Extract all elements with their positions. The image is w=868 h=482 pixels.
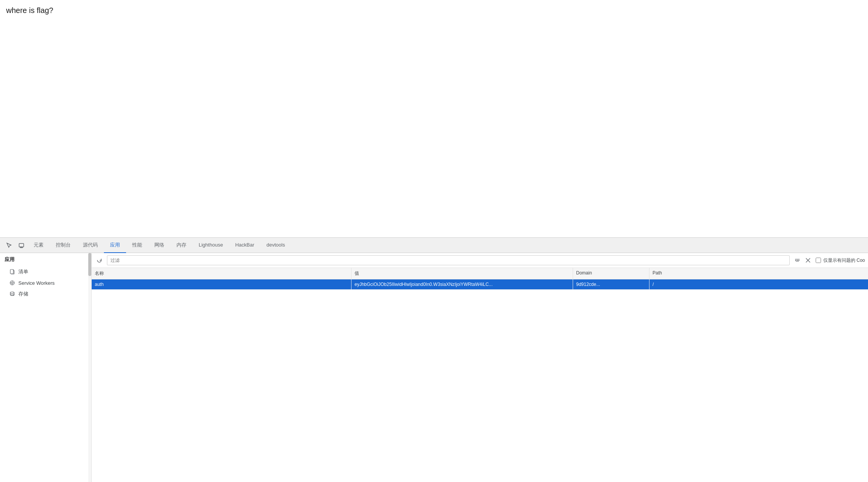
show-issues-checkbox[interactable] <box>816 258 821 263</box>
tab-hackbar[interactable]: HackBar <box>229 238 261 253</box>
filter-actions <box>793 256 813 265</box>
devtools-panel: 元素 控制台 源代码 应用 性能 网络 内存 Lighthouse HackBa… <box>0 237 868 482</box>
sidebar-scroll-thumb <box>88 253 91 276</box>
svg-point-9 <box>10 292 14 294</box>
service-workers-icon <box>9 280 15 286</box>
col-header-name[interactable]: 名称 <box>92 268 351 279</box>
cookies-table[interactable]: 名称 值 Domain Path auth eyJhbGciOiJOb25lIi… <box>92 268 868 482</box>
svg-point-11 <box>797 260 798 261</box>
col-header-domain[interactable]: Domain <box>573 268 649 279</box>
cookie-value: eyJhbGciOiJOb25lIiwidHlwIjoiand0In0.W3si… <box>351 279 573 289</box>
device-icon-btn[interactable] <box>15 239 28 252</box>
tab-network[interactable]: 网络 <box>148 238 170 253</box>
tab-devtools[interactable]: devtools <box>260 238 291 253</box>
svg-rect-2 <box>10 269 13 274</box>
sidebar-item-label-manifest: 清单 <box>18 268 28 275</box>
filter-options-button[interactable] <box>793 256 802 265</box>
devtools-sidebar: 应用 清单 <box>0 253 92 482</box>
filter-bar: 仅显示有问题的 Coo <box>92 253 868 268</box>
manifest-icon <box>9 269 15 275</box>
page-text: where is flag? <box>6 6 53 15</box>
filter-clear-button[interactable] <box>803 256 813 265</box>
sidebar-item-manifest[interactable]: 清单 <box>0 266 91 278</box>
cookie-path: / <box>649 279 868 289</box>
devtools-body: 应用 清单 <box>0 253 868 482</box>
table-row[interactable]: auth eyJhbGciOiJOb25lIiwidHlwIjoiand0In0… <box>92 279 868 290</box>
devtools-main: 仅显示有问题的 Coo 名称 值 Domain Path auth eyJhbG… <box>92 253 868 482</box>
tab-console[interactable]: 控制台 <box>50 238 77 253</box>
sidebar-section-header: 应用 <box>0 253 91 266</box>
table-header: 名称 值 Domain Path <box>92 268 868 279</box>
svg-rect-0 <box>19 243 24 247</box>
svg-point-12 <box>798 260 799 261</box>
svg-rect-1 <box>20 247 23 248</box>
svg-point-4 <box>11 282 13 284</box>
filter-refresh-button[interactable] <box>95 256 104 265</box>
show-issues-label[interactable]: 仅显示有问题的 Coo <box>816 257 865 264</box>
sidebar-item-storage[interactable]: 存储 <box>0 288 91 300</box>
show-issues-text: 仅显示有问题的 Coo <box>823 257 865 264</box>
inspect-icon-btn[interactable] <box>3 239 15 252</box>
sidebar-item-label-service-workers: Service Workers <box>18 280 55 286</box>
tab-elements[interactable]: 元素 <box>28 238 50 253</box>
browser-content: where is flag? <box>0 0 868 237</box>
tab-performance[interactable]: 性能 <box>126 238 148 253</box>
cookie-name: auth <box>92 279 351 289</box>
tab-memory[interactable]: 内存 <box>170 238 193 253</box>
devtools-tab-bar: 元素 控制台 源代码 应用 性能 网络 内存 Lighthouse HackBa… <box>0 238 868 253</box>
cookie-domain: 9d912cde... <box>573 279 649 289</box>
col-header-value[interactable]: 值 <box>351 268 573 279</box>
sidebar-item-label-storage: 存储 <box>18 290 28 297</box>
sidebar-scrollbar[interactable] <box>88 253 91 482</box>
sidebar-item-service-workers[interactable]: Service Workers <box>0 278 91 288</box>
tab-lighthouse[interactable]: Lighthouse <box>193 238 229 253</box>
filter-input[interactable] <box>107 255 790 265</box>
tab-application[interactable]: 应用 <box>104 238 126 253</box>
tab-sources[interactable]: 源代码 <box>77 238 104 253</box>
svg-point-10 <box>795 260 796 261</box>
storage-icon <box>9 291 15 297</box>
col-header-path[interactable]: Path <box>649 268 868 279</box>
